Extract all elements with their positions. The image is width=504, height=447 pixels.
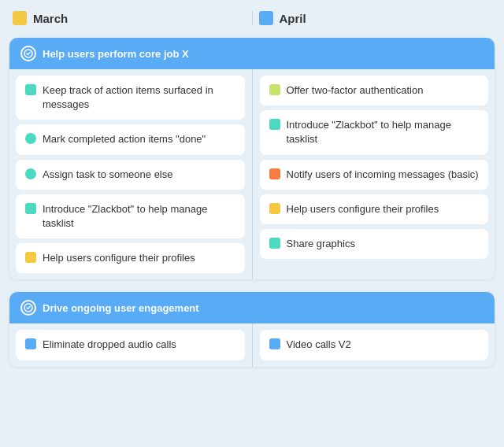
card[interactable]: Offer two-factor authentication bbox=[260, 76, 489, 105]
card[interactable]: Share graphics bbox=[260, 229, 489, 259]
section-core-job: Help users perform core job X Keep track… bbox=[9, 38, 495, 279]
dot-icon bbox=[269, 238, 280, 249]
card[interactable]: Eliminate dropped audio calls bbox=[16, 330, 245, 360]
april-header: April bbox=[259, 11, 492, 25]
card-text: Mark completed action items "done" bbox=[43, 132, 206, 146]
dot-icon bbox=[269, 338, 280, 349]
dot-icon bbox=[25, 203, 36, 214]
dot-icon bbox=[269, 168, 280, 179]
section-engagement-label: Drive ongoing user engagement bbox=[43, 302, 199, 314]
card[interactable]: Keep track of action items surfaced in m… bbox=[16, 76, 245, 120]
section-col-divider bbox=[252, 69, 253, 279]
card-text: Eliminate dropped audio calls bbox=[43, 338, 176, 352]
core-job-right-col: Offer two-factor authentication Introduc… bbox=[254, 69, 495, 279]
card[interactable]: Notify users of incoming messages (basic… bbox=[260, 160, 489, 190]
card[interactable]: Introduce "Zlackbot" to help manage task… bbox=[16, 194, 245, 238]
columns-header: March April bbox=[0, 0, 504, 33]
card-text: Share graphics bbox=[287, 237, 355, 251]
card-text: Assign task to someone else bbox=[43, 168, 172, 182]
march-icon bbox=[13, 11, 27, 25]
dot-icon bbox=[25, 252, 36, 263]
april-icon bbox=[259, 11, 273, 25]
dot-icon bbox=[269, 84, 280, 95]
section-core-job-label: Help users perform core job X bbox=[43, 48, 189, 60]
engagement-right-col: Video calls V2 bbox=[254, 323, 495, 366]
dot-icon bbox=[25, 84, 36, 95]
section-engagement-header: Drive ongoing user engagement bbox=[9, 292, 495, 323]
card-text: Offer two-factor authentication bbox=[287, 83, 424, 98]
section-engagement: Drive ongoing user engagement Eliminate … bbox=[9, 292, 495, 366]
engagement-left-col: Eliminate dropped audio calls bbox=[9, 323, 251, 366]
dot-icon bbox=[269, 203, 280, 214]
march-label: March bbox=[33, 12, 68, 25]
march-header: March bbox=[13, 11, 246, 25]
card-text: Help users configure their profiles bbox=[287, 202, 439, 216]
card-text: Keep track of action items surfaced in m… bbox=[43, 83, 235, 112]
april-label: April bbox=[280, 12, 306, 25]
card[interactable]: Introduce "Zlackbot" to help manage task… bbox=[260, 110, 489, 154]
dot-icon bbox=[25, 133, 36, 144]
card-text: Introduce "Zlackbot" to help manage task… bbox=[43, 202, 235, 231]
card-text: Help users configure their profiles bbox=[43, 251, 195, 265]
card[interactable]: Assign task to someone else bbox=[16, 160, 245, 190]
card[interactable]: Help users configure their profiles bbox=[16, 243, 245, 273]
dot-icon bbox=[25, 168, 36, 179]
card-text: Video calls V2 bbox=[287, 338, 351, 352]
card[interactable]: Video calls V2 bbox=[260, 330, 489, 360]
card-text: Introduce "Zlackbot" to help manage task… bbox=[287, 118, 480, 146]
section-icon bbox=[20, 300, 36, 316]
card[interactable]: Mark completed action items "done" bbox=[16, 124, 245, 154]
card[interactable]: Help users configure their profiles bbox=[260, 194, 489, 224]
core-job-left-col: Keep track of action items surfaced in m… bbox=[9, 69, 251, 279]
dot-icon bbox=[25, 338, 36, 349]
card-text: Notify users of incoming messages (basic… bbox=[287, 168, 479, 182]
section-col-divider bbox=[252, 323, 253, 366]
section-core-job-header: Help users perform core job X bbox=[9, 38, 495, 69]
section-icon bbox=[20, 46, 36, 61]
dot-icon bbox=[269, 119, 280, 130]
